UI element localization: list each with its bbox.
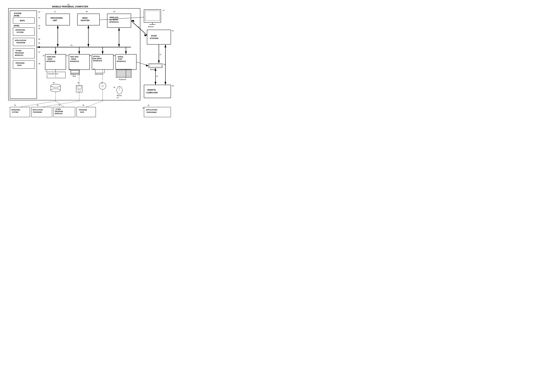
pu-label2: UNIT [53,19,57,22]
svg-line-88 [136,62,149,66]
svg-marker-16 [87,44,89,47]
hdd-label: hard disk drive [48,73,58,75]
ref-22: 22 [38,11,40,13]
keyboard-label: Keyboard [119,79,126,80]
ref-46: 46 [113,55,115,56]
svg-rect-8 [46,14,70,25]
other-bot-label: OTHER [55,108,61,110]
svg-rect-50 [77,86,81,89]
va-label2: ADAPTER [81,19,90,22]
svg-line-64 [86,101,103,107]
data-bot-label2: DATA [80,111,84,113]
os-label: OPERATING [15,29,25,31]
svg-point-53 [102,85,104,87]
serial-if-label3: INTERFACE [117,61,126,62]
ref-38b: 38 [82,104,84,106]
ref-54: 54 [164,64,165,65]
svg-rect-49 [76,85,82,92]
ref-34: 34 [89,55,91,56]
diagram: MOBILE PERSONAL COMPUTER 20 SYSTEM (ROM)… [0,0,178,131]
svg-marker-85 [158,61,160,64]
svg-rect-90 [144,85,171,98]
ref-27: 27 [46,70,47,72]
ref-36c: 36 [148,104,149,106]
svg-marker-20 [118,28,120,31]
modem-label: Modem [150,69,156,70]
opt-if-label: OPTICAL [93,56,100,57]
svg-rect-2 [10,11,37,99]
optical-label: Optical drive [95,73,103,75]
svg-rect-86 [149,64,162,68]
ref-40: 40 [113,87,115,88]
svg-marker-83 [131,20,134,22]
svg-marker-22 [37,46,40,48]
other-bot-label3: MODULES [55,113,62,114]
diagram-svg: MOBILE PERSONAL COMPUTER 20 SYSTEM (ROM)… [0,0,178,131]
mag-if-label2: DRIVE [71,58,76,60]
svg-rect-10 [107,14,131,28]
ref-36: 36 [38,42,40,44]
svg-marker-96 [165,44,166,47]
ref-37: 37 [38,51,40,53]
wni-label3: INTERFACE [109,21,119,23]
svg-rect-54 [10,107,30,117]
bs-label: BASE [151,35,157,37]
rc-label: REMOTE [147,89,156,91]
ref-20: 20 [67,4,70,6]
ref-32: 32 [43,55,44,56]
monitor-label: Monitor [148,26,154,28]
ref-53: 53 [113,11,115,13]
svg-rect-26 [69,54,90,70]
ref-33: 33 [66,55,68,56]
ref-24: 24 [38,17,40,19]
svg-rect-57 [76,107,96,117]
opt-if-label2: DISK DRIVE [92,58,102,60]
svg-rect-37 [71,70,80,74]
ref-48: 48 [86,11,88,13]
ref-35b: 35 [14,104,16,106]
ref-47: 47 [163,9,165,11]
rc-label2: COMPUTER [146,92,158,94]
svg-point-45 [51,84,61,87]
svg-rect-6 [13,48,34,58]
svg-rect-55 [31,107,52,117]
svg-marker-97 [165,82,166,85]
other-label: OTHER [16,50,22,51]
svg-rect-87 [149,64,162,67]
hdd-if-label2: DRIVE [48,58,52,60]
svg-rect-80 [147,30,171,44]
app-bot-label: APPLICATION [33,109,43,111]
svg-rect-65 [116,69,131,78]
main-title: MOBILE PERSONAL COMPUTER [52,5,88,8]
ref-61: 61 [172,30,174,32]
mouse-label: Mouse [117,94,122,96]
mag-if-label: MAG DISK [71,56,79,58]
svg-marker-93 [155,68,156,71]
svg-line-62 [56,101,64,107]
ref-28: 28 [69,69,71,70]
app-remote-label: APPLICATION [146,109,157,111]
wni-label: WIRELESS [110,17,118,18]
svg-point-52 [99,83,106,89]
opt-if-label3: INTERFACE [93,60,102,62]
svg-rect-5 [13,38,34,46]
app-remote-label2: PROGRAMS [147,111,157,113]
serial-if-label2: PORT [118,58,123,60]
ref-29: 29 [77,82,79,84]
svg-marker-17 [87,25,89,28]
ref-37b: 37 [58,104,60,106]
bs-label2: STATION [150,37,158,39]
svg-line-59 [20,101,56,107]
ref-38: 38 [38,63,40,65]
svg-marker-92 [155,82,156,85]
pu-label: PROCESSING [51,17,63,19]
mag-disk-label: Magnetic disk [71,74,80,75]
svg-rect-3 [13,18,34,23]
svg-rect-35 [47,72,65,78]
app-label2: PROGRAM [16,42,25,44]
rom-label: (ROM) [14,15,19,17]
svg-point-72 [117,86,122,94]
ref-35: 35 [38,38,40,40]
progdata-label2: DATA [17,64,22,66]
svg-rect-9 [77,14,100,25]
